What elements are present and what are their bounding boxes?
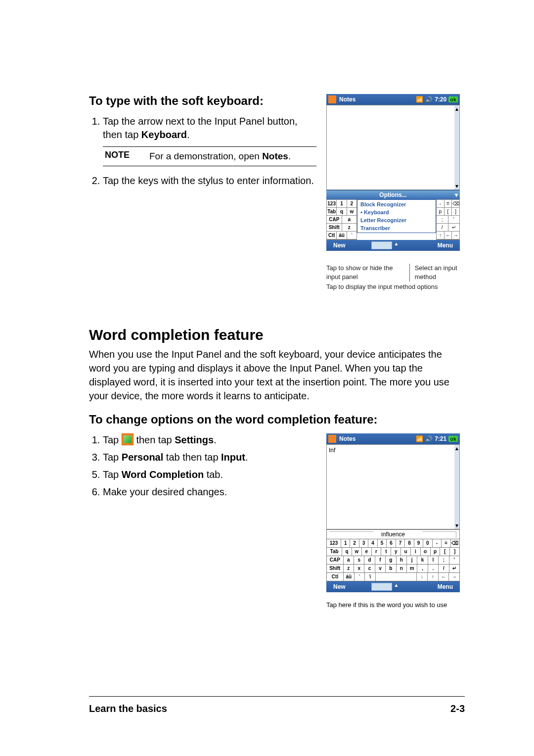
word-suggestion[interactable]: influence [381,531,405,538]
input-options-button[interactable]: Options... ▾ [326,190,460,199]
step-1-text-a: Tap the arrow next to the Input Panel bu… [103,116,298,140]
app-title: Notes [339,96,356,103]
clock-time: 7:20 [435,96,446,103]
input-panel-toggle-icon[interactable] [371,583,392,591]
app-icon[interactable] [328,95,336,103]
wc-step-6: Make your desired changes. [103,485,312,499]
caption-show-hide: Tap to show or hide the input panel [326,264,402,282]
signal-icon: 📶 [416,96,423,103]
menu-item-block-recognizer[interactable]: Block Recognizer [357,200,436,208]
note-text-a: For a demonstration, open [149,151,262,161]
step-2: Tap the keys with the stylus to enter in… [103,174,316,188]
word-completion-steps: Tap then tap Settings. Tap Personal tab … [89,433,312,499]
soft-keyboard-heading: To type with the soft keyboard: [89,94,316,108]
menu-item-transcriber[interactable]: Transcriber [357,224,436,232]
figure1-captions: Tap to show or hide the input panel Sele… [326,264,465,292]
input-panel-toggle-icon[interactable] [371,241,392,249]
wc-step-1: Tap then tap Settings. [103,433,312,447]
note-text-b: . [288,151,291,161]
footer-rule [89,696,465,697]
scroll-down-icon[interactable]: ▾ [455,183,458,189]
device-screenshot-1: Notes 📶 🔊 7:20 ok ▴ ▾ Options... [326,94,460,251]
soft-keyboard-steps: Tap the arrow next to the Input Panel bu… [89,115,316,142]
new-button[interactable]: New [326,583,353,590]
note-text: For a demonstration, open Notes. [149,150,291,163]
speaker-icon: 🔊 [425,96,433,103]
scrollbar[interactable]: ▴ ▾ [454,445,459,529]
clock-time: 7:21 [435,435,446,442]
figure2-caption: Tap here if this is the word you wish to… [326,601,465,609]
soft-keyboard[interactable]: influence 1231234567890-=⌫ Tabqwertyuiop… [326,529,460,581]
footer-page-number: 2-3 [450,703,465,714]
device-screenshot-2: Notes 📶 🔊 7:21 ok Inf ▴ ▾ [326,433,460,592]
soft-keyboard-steps-cont: Tap the keys with the stylus to enter in… [89,174,316,188]
keyboard-left-fragment[interactable]: 12312 Tabqw CAPa Shiftz Ctláü` [326,199,357,240]
word-completion-paragraph: When you use the Input Panel and the sof… [89,347,465,403]
notes-canvas[interactable]: ▴ ▾ [326,105,460,190]
footer-chapter-title: Learn the basics [89,703,167,714]
menu-button[interactable]: Menu [431,242,460,249]
word-completion-heading: Word completion feature [89,327,465,343]
wc-step-5: Tap Word Completion tab. [103,468,312,481]
note-label: NOTE [105,150,139,163]
menu-item-letter-recognizer[interactable]: Letter Recognizer [357,216,436,224]
step-1: Tap the arrow next to the Input Panel bu… [103,115,316,142]
ok-button[interactable]: ok [448,436,458,442]
caption-display-options: Tap to display the input method options [326,283,465,291]
start-icon [122,433,134,445]
pda-titlebar-2[interactable]: Notes 📶 🔊 7:21 ok [326,433,460,444]
note-box: NOTE For a demonstration, open Notes. [103,146,316,166]
wc-step-3: Tap Personal tab then tap Input. [103,451,312,464]
step-1-bold: Keyboard [141,129,187,140]
step-1-text-b: . [187,129,190,140]
new-button[interactable]: New [326,242,353,249]
scroll-up-icon[interactable]: ▴ [455,445,458,452]
input-method-menu[interactable]: Block Recognizer Keyboard Letter Recogni… [357,199,436,233]
input-options-label: Options... [379,191,406,198]
notes-canvas-2[interactable]: Inf ▴ ▾ [326,444,460,529]
menu-item-keyboard[interactable]: Keyboard [357,208,436,216]
menu-button[interactable]: Menu [431,583,460,590]
speaker-icon: 🔊 [425,435,433,442]
scroll-down-icon[interactable]: ▾ [455,522,458,529]
app-icon[interactable] [328,435,336,443]
caption-select-method: Select an input method [409,264,465,282]
keyboard-right-fragment[interactable]: -=⌫ p[] ;' /↵ ↑←→ [436,199,460,240]
change-options-heading: To change options on the word completion… [89,413,465,426]
typed-text: Inf [329,447,335,454]
scrollbar[interactable]: ▴ ▾ [454,105,459,189]
ok-button[interactable]: ok [448,96,458,102]
app-title: Notes [339,435,356,442]
pda-titlebar[interactable]: Notes 📶 🔊 7:20 ok [326,94,460,105]
scroll-up-icon[interactable]: ▴ [455,105,458,112]
note-text-bold: Notes [262,151,288,161]
signal-icon: 📶 [416,435,423,442]
dropdown-arrow-icon[interactable]: ▾ [455,190,458,199]
